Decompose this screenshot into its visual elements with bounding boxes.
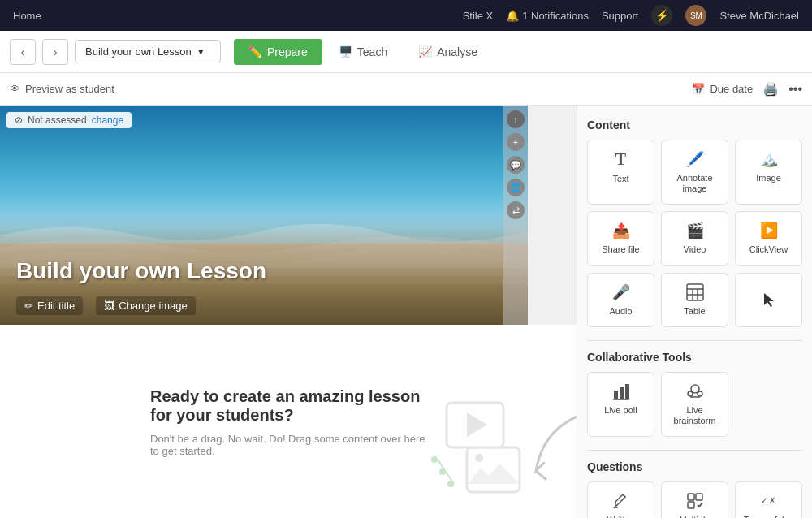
sharefile-label: Share file <box>602 244 639 255</box>
change-image-button[interactable]: 🖼 Change image <box>96 296 196 315</box>
chevron-right-icon: › <box>54 45 58 58</box>
main-layout: ⊘ Not assessed change Build your own Les… <box>0 106 812 518</box>
written-label: Written response <box>594 515 647 518</box>
content-item-clickview[interactable]: ▶️ ClickView <box>735 211 802 265</box>
svg-text:✓: ✓ <box>761 496 767 505</box>
empty-lesson-content: Ready to create an amazing lesson for yo… <box>150 387 426 457</box>
content-item-image[interactable]: 🏔️ Image <box>735 140 802 205</box>
content-items-grid: T Text 🖊️ Annotate image 🏔️ Image 📤 Shar… <box>587 140 802 327</box>
pencil-icon: ✏️ <box>248 45 262 58</box>
avatar[interactable]: SM <box>685 5 706 26</box>
globe-button[interactable]: 🌐 <box>507 179 525 196</box>
tab-prepare[interactable]: ✏️ Prepare <box>234 39 322 65</box>
trueorfalse-label: True or false <box>744 515 793 518</box>
empty-illustration <box>422 395 528 503</box>
content-item-trueorfalse[interactable]: ✓ ✗ True or false <box>735 481 802 518</box>
lesson-selector[interactable]: Build your own Lesson ▾ <box>75 40 221 63</box>
content-item-table[interactable]: Table <box>661 273 728 327</box>
tab-buttons-group: ✏️ Prepare 🖥️ Teach 📈 Analyse <box>234 39 492 65</box>
no-assess-icon: ⊘ <box>15 114 23 126</box>
audio-icon: 🎤 <box>612 283 630 301</box>
questions-title: Questions <box>587 460 802 473</box>
hero-actions: ✏ Edit title 🖼 Change image <box>16 296 196 315</box>
pencil-icon: ✏ <box>24 300 33 312</box>
multiplechoice-icon <box>686 492 704 510</box>
annotation-arrow <box>528 406 577 503</box>
due-date-button[interactable]: 📅 Due date <box>692 83 753 95</box>
content-item-livepoll[interactable]: Live poll <box>587 372 654 437</box>
content-item-annotate[interactable]: 🖊️ Annotate image <box>661 140 728 205</box>
expand-button[interactable]: ⇄ <box>507 201 525 219</box>
secondary-actions: 📅 Due date 🖨️ ••• <box>692 81 802 97</box>
content-item-audio[interactable]: 🎤 Audio <box>587 273 654 327</box>
preview-label: Preview as student <box>25 83 114 95</box>
comment-button[interactable]: 💬 <box>507 156 525 174</box>
print-button[interactable]: 🖨️ <box>762 81 779 97</box>
due-date-label: Due date <box>710 83 753 95</box>
svg-rect-29 <box>688 502 694 508</box>
lightning-button[interactable]: ⚡ <box>651 5 672 26</box>
table-icon <box>686 283 704 301</box>
home-link[interactable]: Home <box>13 10 41 22</box>
more-options-button[interactable]: ••• <box>788 82 802 97</box>
calendar-icon: 📅 <box>692 83 705 95</box>
table-label: Table <box>684 306 705 317</box>
next-arrow-button[interactable]: › <box>42 39 68 65</box>
content-item-written[interactable]: Written response <box>587 481 654 518</box>
svg-rect-27 <box>688 494 694 500</box>
secondary-toolbar: 👁 Preview as student 📅 Due date 🖨️ ••• <box>0 73 812 106</box>
cursor-slot <box>735 273 802 327</box>
dropdown-icon: ▾ <box>198 45 204 58</box>
content-item-sharefile[interactable]: 📤 Share file <box>587 211 654 265</box>
livebrainstorm-icon <box>686 382 704 400</box>
not-assessed-bar: ⊘ Not assessed change <box>6 112 132 128</box>
written-icon <box>612 492 630 510</box>
nav-left: Home <box>13 10 41 22</box>
avatar-initials: SM <box>690 11 702 20</box>
audio-label: Audio <box>609 306 632 317</box>
tab-analyse-label: Analyse <box>437 45 477 58</box>
video-icon: 🎬 <box>686 222 704 240</box>
annotate-label: Annotate image <box>668 173 721 194</box>
svg-point-5 <box>475 454 483 462</box>
annotate-icon: 🖊️ <box>686 150 704 168</box>
divider-2 <box>587 450 802 451</box>
clickview-label: ClickView <box>749 244 788 255</box>
change-link[interactable]: change <box>92 114 123 126</box>
clickview-icon: ▶️ <box>760 222 778 240</box>
svg-rect-4 <box>467 447 520 492</box>
tab-teach[interactable]: 🖥️ Teach <box>324 39 402 65</box>
stile-x-label: Stile X <box>463 10 494 22</box>
collaborative-title: Collaborative Tools <box>587 351 802 364</box>
svg-line-24 <box>623 494 625 497</box>
svg-point-6 <box>431 456 438 463</box>
content-item-text[interactable]: T Text <box>587 140 654 205</box>
collaborative-items-grid: Live poll Live brainstorm <box>587 372 802 437</box>
top-nav: Home Stile X 🔔 1 Notifications Support ⚡… <box>0 0 812 31</box>
cursor-icon <box>760 291 778 309</box>
divider-1 <box>587 340 802 341</box>
hero-sidebar: ↑ + 💬 🌐 ⇄ <box>503 106 528 325</box>
support-link[interactable]: Support <box>602 10 639 22</box>
svg-rect-18 <box>625 384 629 399</box>
livepoll-label: Live poll <box>604 405 637 416</box>
question-items-grid: Written response Multiple choice ✓ ✗ <box>587 481 802 518</box>
bell-icon: 🔔 <box>506 10 519 22</box>
empty-title: Ready to create an amazing lesson for yo… <box>150 387 426 425</box>
content-item-video[interactable]: 🎬 Video <box>661 211 728 265</box>
prev-arrow-button[interactable]: ‹ <box>10 39 36 65</box>
add-section-button[interactable]: + <box>507 133 525 151</box>
edit-title-button[interactable]: ✏ Edit title <box>16 296 83 315</box>
multiplechoice-label: Multiple choice <box>668 515 721 518</box>
preview-student-button[interactable]: 👁 Preview as student <box>10 83 114 95</box>
content-item-livebrainstorm[interactable]: Live brainstorm <box>661 372 728 437</box>
tab-analyse[interactable]: 📈 Analyse <box>404 39 492 65</box>
scroll-up-button[interactable]: ↑ <box>507 110 525 128</box>
teach-icon: 🖥️ <box>339 45 352 58</box>
notification-button[interactable]: 🔔 1 Notifications <box>506 10 589 22</box>
text-label: Text <box>612 174 628 184</box>
content-item-multiplechoice[interactable]: Multiple choice <box>661 481 728 518</box>
image-icon: 🖼 <box>104 300 114 312</box>
svg-rect-28 <box>696 494 702 500</box>
not-assessed-label: Not assessed <box>28 114 87 126</box>
